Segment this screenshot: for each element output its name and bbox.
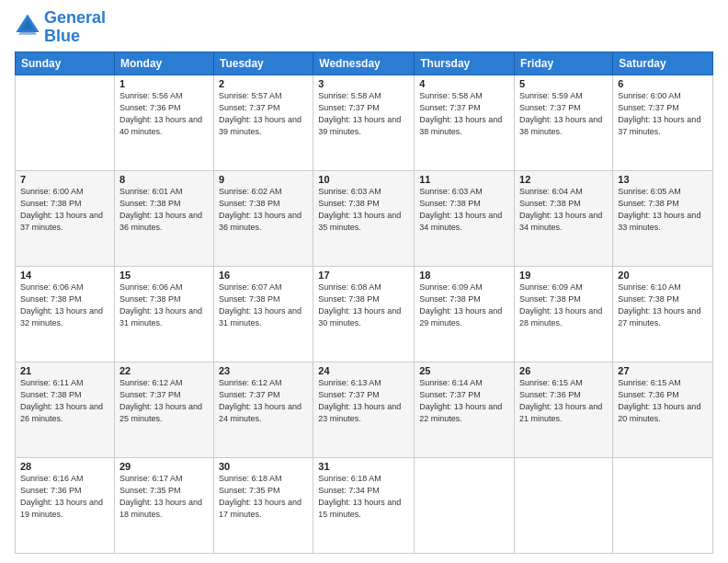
- day-number: 23: [219, 365, 308, 376]
- day-number: 15: [119, 270, 209, 281]
- day-info: Sunrise: 6:08 AMSunset: 7:38 PMDaylight:…: [318, 282, 409, 329]
- day-number: 2: [219, 78, 308, 89]
- day-info: Sunrise: 6:16 AMSunset: 7:36 PMDaylight:…: [20, 473, 109, 521]
- day-number: 6: [618, 78, 708, 89]
- day-cell: 22Sunrise: 6:12 AMSunset: 7:37 PMDayligh…: [114, 362, 213, 457]
- day-cell: [415, 457, 515, 553]
- day-cell: 2Sunrise: 5:57 AMSunset: 7:37 PMDaylight…: [213, 75, 313, 170]
- day-info: Sunrise: 5:57 AMSunset: 7:37 PMDaylight:…: [219, 90, 308, 138]
- day-cell: 5Sunrise: 5:59 AMSunset: 7:37 PMDaylight…: [515, 75, 613, 170]
- week-row-3: 14Sunrise: 6:06 AMSunset: 7:38 PMDayligh…: [16, 266, 713, 362]
- day-info: Sunrise: 6:12 AMSunset: 7:37 PMDaylight:…: [119, 377, 209, 425]
- week-row-2: 7Sunrise: 6:00 AMSunset: 7:38 PMDaylight…: [16, 170, 713, 266]
- day-cell: 1Sunrise: 5:56 AMSunset: 7:36 PMDaylight…: [114, 75, 213, 170]
- day-cell: 29Sunrise: 6:17 AMSunset: 7:35 PMDayligh…: [114, 457, 213, 553]
- svg-rect-2: [21, 29, 34, 32]
- day-cell: 21Sunrise: 6:11 AMSunset: 7:38 PMDayligh…: [16, 362, 115, 457]
- col-header-monday: Monday: [114, 52, 213, 75]
- day-info: Sunrise: 6:01 AMSunset: 7:38 PMDaylight:…: [119, 186, 209, 234]
- day-cell: 16Sunrise: 6:07 AMSunset: 7:38 PMDayligh…: [213, 266, 313, 362]
- day-info: Sunrise: 6:15 AMSunset: 7:36 PMDaylight:…: [618, 377, 708, 425]
- day-info: Sunrise: 6:09 AMSunset: 7:38 PMDaylight:…: [519, 282, 608, 329]
- day-info: Sunrise: 6:18 AMSunset: 7:35 PMDaylight:…: [219, 473, 308, 521]
- day-cell: 31Sunrise: 6:18 AMSunset: 7:34 PMDayligh…: [313, 457, 415, 553]
- logo-text: General Blue: [44, 9, 106, 46]
- day-cell: [515, 457, 613, 553]
- day-info: Sunrise: 6:14 AMSunset: 7:37 PMDaylight:…: [419, 377, 509, 425]
- day-number: 14: [20, 270, 109, 281]
- day-cell: 7Sunrise: 6:00 AMSunset: 7:38 PMDaylight…: [16, 170, 115, 266]
- day-cell: 11Sunrise: 6:03 AMSunset: 7:38 PMDayligh…: [415, 170, 515, 266]
- day-info: Sunrise: 6:06 AMSunset: 7:38 PMDaylight:…: [20, 282, 109, 329]
- day-cell: 25Sunrise: 6:14 AMSunset: 7:37 PMDayligh…: [415, 362, 515, 457]
- day-number: 3: [318, 78, 409, 89]
- day-info: Sunrise: 6:12 AMSunset: 7:37 PMDaylight:…: [219, 377, 308, 425]
- day-number: 26: [519, 365, 608, 376]
- day-info: Sunrise: 6:18 AMSunset: 7:34 PMDaylight:…: [318, 473, 409, 521]
- day-number: 8: [119, 174, 209, 185]
- day-number: 31: [318, 461, 409, 472]
- day-info: Sunrise: 6:06 AMSunset: 7:38 PMDaylight:…: [119, 282, 209, 329]
- day-number: 17: [318, 270, 409, 281]
- calendar-table: SundayMondayTuesdayWednesdayThursdayFrid…: [15, 52, 713, 554]
- page: General Blue SundayMondayTuesdayWednesda…: [0, 0, 728, 563]
- day-number: 13: [618, 174, 708, 185]
- day-number: 4: [419, 78, 509, 89]
- day-number: 12: [519, 174, 608, 185]
- day-number: 28: [20, 461, 109, 472]
- day-number: 25: [419, 365, 509, 376]
- week-row-1: 1Sunrise: 5:56 AMSunset: 7:36 PMDaylight…: [16, 75, 713, 170]
- day-cell: 4Sunrise: 5:58 AMSunset: 7:37 PMDaylight…: [415, 75, 515, 170]
- day-cell: 23Sunrise: 6:12 AMSunset: 7:37 PMDayligh…: [213, 362, 313, 457]
- day-info: Sunrise: 5:58 AMSunset: 7:37 PMDaylight:…: [318, 90, 409, 138]
- day-cell: 6Sunrise: 6:00 AMSunset: 7:37 PMDaylight…: [613, 75, 713, 170]
- day-number: 21: [20, 365, 109, 376]
- day-cell: 14Sunrise: 6:06 AMSunset: 7:38 PMDayligh…: [16, 266, 115, 362]
- day-info: Sunrise: 6:00 AMSunset: 7:37 PMDaylight:…: [618, 90, 708, 138]
- day-info: Sunrise: 5:58 AMSunset: 7:37 PMDaylight:…: [419, 90, 509, 138]
- day-info: Sunrise: 6:07 AMSunset: 7:38 PMDaylight:…: [219, 282, 308, 329]
- day-cell: 3Sunrise: 5:58 AMSunset: 7:37 PMDaylight…: [313, 75, 415, 170]
- day-number: 5: [519, 78, 608, 89]
- day-cell: 19Sunrise: 6:09 AMSunset: 7:38 PMDayligh…: [515, 266, 613, 362]
- day-number: 16: [219, 270, 308, 281]
- day-number: 22: [119, 365, 209, 376]
- col-header-sunday: Sunday: [16, 52, 115, 75]
- day-number: 27: [618, 365, 708, 376]
- day-number: 7: [20, 174, 109, 185]
- day-cell: 30Sunrise: 6:18 AMSunset: 7:35 PMDayligh…: [213, 457, 313, 553]
- day-number: 30: [219, 461, 308, 472]
- day-info: Sunrise: 6:15 AMSunset: 7:36 PMDaylight:…: [519, 377, 608, 425]
- day-cell: 8Sunrise: 6:01 AMSunset: 7:38 PMDaylight…: [114, 170, 213, 266]
- day-number: 29: [119, 461, 209, 472]
- logo-icon: [15, 13, 40, 42]
- day-cell: 17Sunrise: 6:08 AMSunset: 7:38 PMDayligh…: [313, 266, 415, 362]
- day-cell: 10Sunrise: 6:03 AMSunset: 7:38 PMDayligh…: [313, 170, 415, 266]
- col-header-saturday: Saturday: [613, 52, 713, 75]
- day-cell: 24Sunrise: 6:13 AMSunset: 7:37 PMDayligh…: [313, 362, 415, 457]
- col-header-tuesday: Tuesday: [213, 52, 313, 75]
- day-cell: 15Sunrise: 6:06 AMSunset: 7:38 PMDayligh…: [114, 266, 213, 362]
- day-cell: 9Sunrise: 6:02 AMSunset: 7:38 PMDaylight…: [213, 170, 313, 266]
- day-number: 19: [519, 270, 608, 281]
- day-info: Sunrise: 6:00 AMSunset: 7:38 PMDaylight:…: [20, 186, 109, 234]
- col-header-friday: Friday: [515, 52, 613, 75]
- col-header-wednesday: Wednesday: [313, 52, 415, 75]
- day-info: Sunrise: 6:03 AMSunset: 7:38 PMDaylight:…: [318, 186, 409, 234]
- day-info: Sunrise: 6:17 AMSunset: 7:35 PMDaylight:…: [119, 473, 209, 521]
- week-row-5: 28Sunrise: 6:16 AMSunset: 7:36 PMDayligh…: [16, 457, 713, 553]
- header: General Blue: [15, 9, 713, 46]
- day-cell: 20Sunrise: 6:10 AMSunset: 7:38 PMDayligh…: [613, 266, 713, 362]
- logo: General Blue: [15, 9, 106, 46]
- day-info: Sunrise: 6:13 AMSunset: 7:37 PMDaylight:…: [318, 377, 409, 425]
- day-number: 9: [219, 174, 308, 185]
- day-number: 18: [419, 270, 509, 281]
- day-cell: 26Sunrise: 6:15 AMSunset: 7:36 PMDayligh…: [515, 362, 613, 457]
- day-cell: 13Sunrise: 6:05 AMSunset: 7:38 PMDayligh…: [613, 170, 713, 266]
- day-cell: [613, 457, 713, 553]
- day-info: Sunrise: 6:11 AMSunset: 7:38 PMDaylight:…: [20, 377, 109, 425]
- day-cell: 12Sunrise: 6:04 AMSunset: 7:38 PMDayligh…: [515, 170, 613, 266]
- day-info: Sunrise: 6:03 AMSunset: 7:38 PMDaylight:…: [419, 186, 509, 234]
- day-info: Sunrise: 6:02 AMSunset: 7:38 PMDaylight:…: [219, 186, 308, 234]
- day-number: 11: [419, 174, 509, 185]
